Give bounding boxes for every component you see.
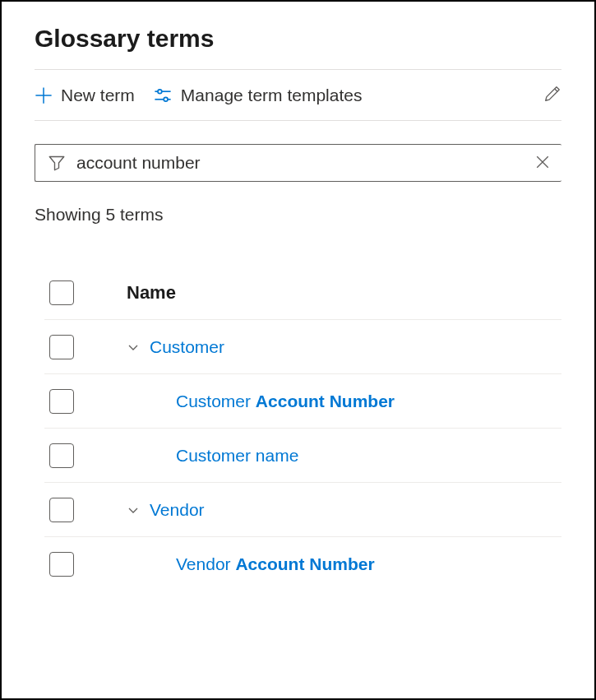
filter-icon <box>49 155 65 171</box>
term-link-vendor[interactable]: Vendor <box>150 500 205 520</box>
manage-templates-button[interactable]: Manage term templates <box>153 86 363 105</box>
term-link-customer-account-number[interactable]: Customer Account Number <box>176 392 395 411</box>
row-checkbox[interactable] <box>49 335 74 359</box>
new-term-label: New term <box>61 86 135 105</box>
table-row: Customer name <box>44 429 561 483</box>
svg-line-4 <box>555 89 557 91</box>
plus-icon <box>35 86 53 104</box>
filter-row <box>35 144 561 182</box>
term-link-customer[interactable]: Customer <box>150 337 224 357</box>
result-count: Showing 5 terms <box>35 205 561 225</box>
column-header-name[interactable]: Name <box>118 282 561 304</box>
row-checkbox[interactable] <box>49 443 74 468</box>
table-row: Customer Account Number <box>44 374 561 429</box>
filter-input[interactable] <box>76 153 532 173</box>
row-checkbox[interactable] <box>49 498 74 522</box>
new-term-button[interactable]: New term <box>35 86 135 105</box>
edit-button[interactable] <box>543 85 561 105</box>
sliders-icon <box>153 86 173 105</box>
terms-table: Name Customer Customer Account Number <box>44 266 561 591</box>
table-header-row: Name <box>44 266 561 320</box>
chevron-down-icon[interactable] <box>127 503 140 517</box>
manage-templates-label: Manage term templates <box>181 86 363 105</box>
svg-point-3 <box>164 97 168 101</box>
table-row: Vendor Account Number <box>44 537 561 591</box>
table-row: Vendor <box>44 483 561 537</box>
term-link-vendor-account-number[interactable]: Vendor Account Number <box>176 554 375 574</box>
pencil-icon <box>543 85 561 105</box>
table-row: Customer <box>44 320 561 374</box>
divider <box>35 120 561 121</box>
page-title: Glossary terms <box>35 25 561 53</box>
select-all-checkbox[interactable] <box>49 280 74 305</box>
svg-point-1 <box>158 89 162 93</box>
chevron-down-icon[interactable] <box>127 341 140 354</box>
term-link-customer-name[interactable]: Customer name <box>176 446 298 466</box>
clear-filter-button[interactable] <box>532 151 553 175</box>
close-icon <box>535 155 550 172</box>
toolbar: New term Manage term templates <box>35 70 561 120</box>
row-checkbox[interactable] <box>49 552 74 577</box>
row-checkbox[interactable] <box>49 389 74 414</box>
